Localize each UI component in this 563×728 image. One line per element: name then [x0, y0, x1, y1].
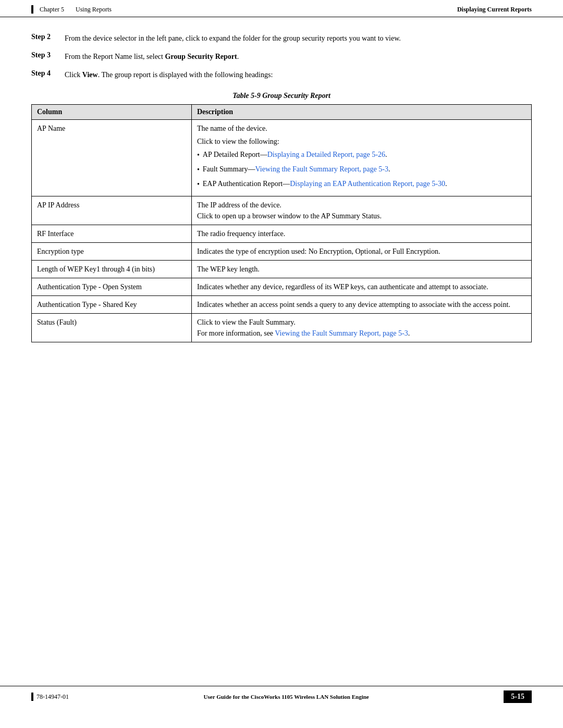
main-content: Step 2 From the device selector in the l… — [0, 17, 563, 405]
step-4-text: Click View. The group report is displaye… — [65, 69, 273, 80]
step-4-label: Step 4 — [31, 69, 56, 78]
step-4-bold: View — [82, 71, 98, 79]
ap-ip-col: AP IP Address — [32, 196, 192, 225]
table-header-row: Column Description — [32, 105, 532, 120]
auth-shared-desc: Indicates whether an access point sends … — [191, 296, 531, 314]
ap-name-bullets: AP Detailed Report—Displaying a Detailed… — [197, 149, 526, 190]
ap-name-col: AP Name — [32, 120, 192, 196]
bullet-eap-auth: EAP Authentication Report—Displaying an … — [197, 178, 526, 190]
link-viewing-fault-summary[interactable]: Viewing the Fault Summary Report, page 5… — [255, 165, 388, 173]
ap-ip-desc: The IP address of the device. Click to o… — [191, 196, 531, 225]
table-title: Table 5-9 Group Security Report — [31, 92, 532, 100]
status-fault-col: Status (Fault) — [32, 314, 192, 342]
step-3-row: Step 3 From the Report Name list, select… — [31, 51, 532, 62]
footer-center-text: User Guide for the CiscoWorks 1105 Wirel… — [69, 694, 504, 700]
step-3-text-after: . — [237, 53, 239, 60]
rf-interface-desc: The radio frequency interface. — [191, 225, 531, 243]
header-left: Chapter 5 Using Reports — [31, 5, 112, 14]
page-header: Chapter 5 Using Reports Displaying Curre… — [0, 0, 563, 17]
footer-part-number: 78-14947-01 — [36, 693, 69, 701]
step-4-text-after: . The group report is displayed with the… — [98, 71, 273, 79]
footer-page-number: 5-15 — [504, 690, 532, 703]
link-displaying-detailed[interactable]: Displaying a Detailed Report, page 5-26 — [267, 151, 385, 158]
ap-name-plain: The name of the device. — [197, 123, 526, 134]
step-2-label: Step 2 — [31, 33, 56, 41]
link-displaying-eap[interactable]: Displaying an EAP Authentication Report,… — [290, 180, 445, 188]
encryption-desc: Indicates the type of encryption used: N… — [191, 243, 531, 261]
step-3-bold: Group Security Report — [165, 53, 237, 60]
step-4-text-before: Click — [65, 71, 82, 79]
auth-open-desc: Indicates whether any device, regardless… — [191, 278, 531, 296]
bullet-ap-detailed-text: AP Detailed Report—Displaying a Detailed… — [203, 149, 387, 160]
bullet-fault-summary: Fault Summary—Viewing the Fault Summary … — [197, 164, 526, 175]
status-fault-text1: Click to view the Fault Summary. — [197, 317, 526, 328]
step-3-label: Step 3 — [31, 51, 56, 59]
bullet-fault-summary-text: Fault Summary—Viewing the Fault Summary … — [203, 164, 390, 175]
table-row: Encryption type Indicates the type of en… — [32, 243, 532, 261]
ap-ip-text1: The IP address of the device. — [197, 200, 526, 211]
table-row: Length of WEP Key1 through 4 (in bits) T… — [32, 261, 532, 278]
table-row: AP Name The name of the device. Click to… — [32, 120, 532, 196]
chapter-title: Using Reports — [76, 6, 112, 14]
header-bar-accent — [31, 5, 33, 14]
step-2-row: Step 2 From the device selector in the l… — [31, 33, 532, 44]
step-3-text-before: From the Report Name list, select — [65, 53, 165, 60]
auth-open-col: Authentication Type - Open System — [32, 278, 192, 296]
step-3-text: From the Report Name list, select Group … — [65, 51, 239, 62]
page-footer: 78-14947-01 User Guide for the CiscoWork… — [0, 686, 563, 707]
wep-key-col: Length of WEP Key1 through 4 (in bits) — [32, 261, 192, 278]
bullet-eap-auth-text: EAP Authentication Report—Displaying an … — [203, 178, 447, 189]
bullet-ap-detailed: AP Detailed Report—Displaying a Detailed… — [197, 149, 526, 161]
footer-bar-accent — [31, 693, 33, 701]
status-fault-desc: Click to view the Fault Summary. For mor… — [191, 314, 531, 342]
status-fault-text2: For more information, see Viewing the Fa… — [197, 328, 526, 339]
wep-key-desc: The WEP key length. — [191, 261, 531, 278]
table-row: Authentication Type - Open System Indica… — [32, 278, 532, 296]
ap-name-desc: The name of the device. Click to view th… — [191, 120, 531, 196]
encryption-col: Encryption type — [32, 243, 192, 261]
rf-interface-col: RF Interface — [32, 225, 192, 243]
table-row: Authentication Type - Shared Key Indicat… — [32, 296, 532, 314]
step-2-text: From the device selector in the left pan… — [65, 33, 401, 44]
table-row: AP IP Address The IP address of the devi… — [32, 196, 532, 225]
ap-ip-text2: Click to open up a browser window to the… — [197, 211, 526, 221]
table-row: Status (Fault) Click to view the Fault S… — [32, 314, 532, 342]
link-viewing-the-fault[interactable]: Viewing the Fault Summary Report, page 5… — [275, 329, 408, 337]
footer-left: 78-14947-01 — [31, 693, 69, 701]
group-security-report-table: Column Description AP Name The name of t… — [31, 104, 532, 342]
col-header-column: Column — [32, 105, 192, 120]
col-header-description: Description — [191, 105, 531, 120]
header-right-title: Displaying Current Reports — [457, 6, 532, 14]
ap-name-click: Click to view the following: — [197, 136, 526, 147]
step-4-row: Step 4 Click View. The group report is d… — [31, 69, 532, 80]
page: Chapter 5 Using Reports Displaying Curre… — [0, 0, 563, 728]
table-row: RF Interface The radio frequency interfa… — [32, 225, 532, 243]
auth-shared-col: Authentication Type - Shared Key — [32, 296, 192, 314]
chapter-label: Chapter 5 — [40, 6, 64, 14]
